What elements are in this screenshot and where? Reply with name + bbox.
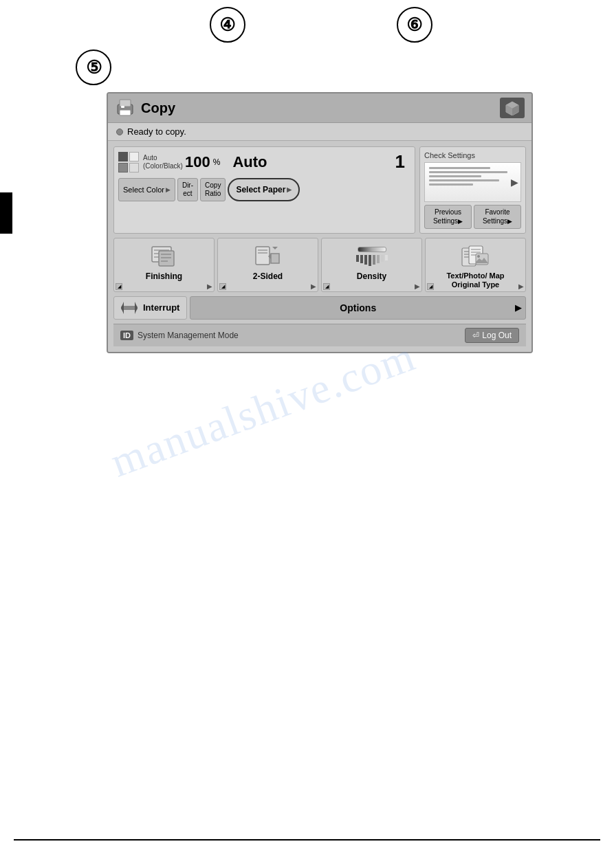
original-type-icon (461, 244, 491, 269)
step-row-2: ⑤ (0, 43, 614, 92)
color-square-grey (118, 163, 128, 173)
logout-icon: ⏎ (472, 331, 479, 340)
ratio-value: 100 (185, 153, 210, 171)
top-controls: Auto(Color/Black) 100 % Auto 1 Select Co… (113, 146, 526, 234)
svg-point-28 (477, 255, 480, 258)
select-color-button[interactable]: Select Color ▶ (118, 178, 175, 201)
original-type-label-sub: Original Type (428, 280, 523, 289)
original-type-button[interactable]: Text/Photo/ Map Original Type ◢ ▶ (425, 238, 526, 292)
two-sided-expand: ▶ (311, 282, 316, 290)
watermark: manualshive.com (105, 332, 422, 487)
feature-buttons: Finishing ◢ ▶ 2-Sided ◢ (113, 238, 526, 292)
sidebar-tab (0, 192, 12, 234)
values-row: Auto(Color/Black) 100 % Auto 1 (118, 151, 410, 173)
svg-rect-15 (161, 260, 168, 262)
step-4: ④ (210, 7, 245, 43)
system-id-badge: ID (120, 331, 133, 340)
favorite-settings-button[interactable]: FavoriteSettings▶ (474, 205, 521, 229)
density-corner: ◢ (323, 283, 330, 290)
finishing-corner: ◢ (116, 283, 122, 290)
main-content: Auto(Color/Black) 100 % Auto 1 Select Co… (108, 141, 531, 352)
right-controls: Check Settings ▶ PreviousSettings▶ (419, 146, 526, 234)
copy-ratio-button[interactable]: CopyRatio (200, 178, 226, 201)
title-bar-left: Copy (115, 98, 175, 118)
density-expand: ▶ (415, 282, 420, 290)
svg-rect-2 (120, 110, 131, 115)
step-6: ⑥ (397, 7, 432, 43)
svg-marker-31 (135, 302, 138, 314)
options-arrow: ▶ (515, 303, 521, 313)
color-square-black (118, 152, 128, 162)
select-paper-button[interactable]: Select Paper ▶ (228, 178, 300, 201)
bottom-line (14, 839, 600, 841)
system-left: ID System Management Mode (120, 331, 239, 340)
select-paper-arrow: ▶ (287, 186, 292, 193)
interrupt-label: Interrupt (143, 302, 179, 313)
finishing-expand: ▶ (207, 282, 212, 290)
step-5: ⑤ (76, 49, 111, 85)
interrupt-options-row: Interrupt Options ▶ (113, 296, 526, 320)
svg-marker-30 (121, 302, 124, 314)
left-controls: Auto(Color/Black) 100 % Auto 1 Select Co… (113, 146, 415, 234)
color-square-light (129, 163, 139, 173)
original-type-corner: ◢ (427, 283, 434, 290)
auto-color-label: Auto(Color/Black) (143, 154, 181, 170)
logout-button[interactable]: ⏎ Log Out (465, 328, 519, 343)
density-button[interactable]: Density ◢ ▶ (321, 238, 422, 292)
finishing-label: Finishing (117, 271, 211, 281)
direct-button[interactable]: Dir-ect (177, 178, 198, 201)
options-button[interactable]: Options ▶ (190, 296, 526, 320)
copy-printer-icon (115, 98, 135, 118)
density-icon (357, 244, 387, 269)
preview-arrow: ▶ (511, 177, 518, 188)
two-sided-button[interactable]: 2-Sided ◢ ▶ (217, 238, 318, 292)
check-settings-label: Check Settings (424, 151, 521, 159)
preview-image: ▶ (424, 162, 521, 202)
density-label: Density (325, 271, 419, 281)
copy-count: 1 (395, 151, 405, 173)
svg-rect-14 (161, 257, 171, 258)
two-sided-icon (253, 244, 283, 269)
auto-value: Auto (232, 153, 267, 171)
title-bar: Copy (108, 93, 531, 123)
svg-rect-25 (471, 252, 481, 253)
svg-rect-13 (161, 254, 171, 255)
system-bar: ID System Management Mode ⏎ Log Out (113, 324, 526, 346)
svg-rect-24 (471, 249, 481, 250)
select-color-arrow: ▶ (166, 186, 171, 193)
status-text: Ready to copy. (127, 126, 186, 137)
title-text: Copy (141, 100, 175, 116)
finishing-button[interactable]: Finishing ◢ ▶ (113, 238, 215, 292)
step-row-1: ④ ⑥ (0, 0, 614, 43)
interrupt-button[interactable]: Interrupt (113, 296, 187, 320)
previous-settings-button[interactable]: PreviousSettings▶ (424, 205, 472, 229)
settings-btn-row: PreviousSettings▶ FavoriteSettings▶ (424, 205, 521, 229)
svg-rect-18 (258, 252, 267, 254)
ui-panel: Copy Ready to copy. (107, 92, 533, 353)
cube-icon (505, 100, 520, 115)
svg-rect-16 (256, 247, 270, 265)
system-management-label: System Management Mode (138, 331, 239, 340)
ratio-percent: % (213, 157, 221, 167)
svg-rect-3 (121, 106, 124, 108)
status-bar: Ready to copy. (108, 123, 531, 141)
button-row: Select Color ▶ Dir-ect CopyRatio Select … (118, 178, 410, 201)
original-type-expand: ▶ (518, 282, 524, 290)
two-sided-label: 2-Sided (221, 271, 315, 281)
status-dot (116, 129, 123, 135)
cube-button[interactable] (500, 98, 525, 118)
two-sided-corner: ◢ (219, 283, 226, 290)
svg-rect-17 (258, 249, 267, 251)
original-type-label-top: Text/Photo/ Map (428, 271, 523, 280)
finishing-icon (149, 244, 179, 269)
interrupt-icon (121, 302, 138, 314)
color-square-white (129, 152, 139, 162)
svg-rect-1 (120, 100, 131, 107)
